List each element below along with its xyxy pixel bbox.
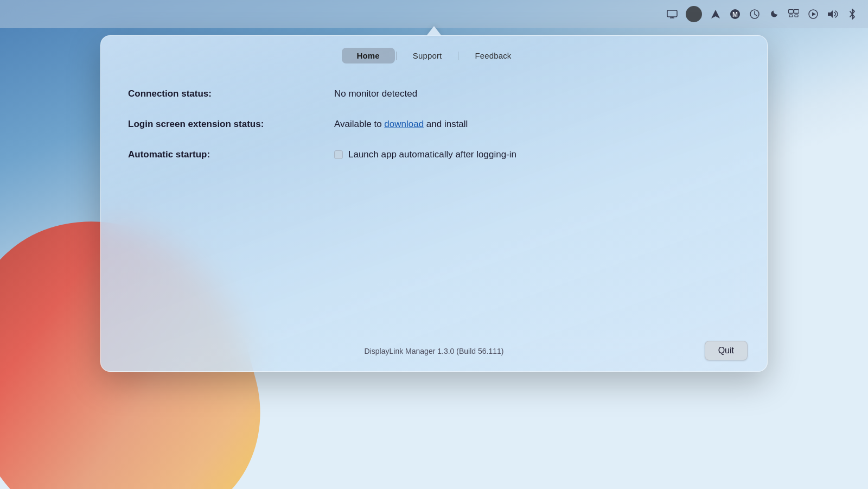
svg-marker-3 (711, 10, 720, 18)
login-extension-label: Login screen extension status: (128, 119, 334, 130)
svg-marker-13 (828, 10, 833, 18)
footer: DisplayLink Manager 1.3.0 (Build 56.111)… (101, 331, 767, 371)
tab-separator-1 (396, 52, 397, 60)
bluetooth-icon[interactable] (846, 8, 858, 20)
tab-feedback[interactable]: Feedback (459, 48, 526, 63)
svg-marker-12 (812, 12, 816, 16)
svg-text:M: M (732, 11, 738, 18)
connection-status-row: Connection status: No monitor detected (128, 88, 740, 99)
tab-bar: Home Support Feedback (101, 36, 767, 73)
login-extension-row: Login screen extension status: Available… (128, 119, 740, 130)
auto-startup-label: Automatic startup: (128, 149, 334, 160)
login-extension-suffix: and install (424, 119, 468, 129)
popup-arrow (426, 26, 442, 36)
svg-rect-8 (794, 10, 799, 14)
tab-home[interactable]: Home (342, 48, 395, 63)
menubar: M (0, 0, 868, 28)
time-machine-icon[interactable] (749, 8, 761, 20)
screen-share-icon[interactable] (666, 8, 678, 20)
night-shift-icon[interactable] (768, 8, 780, 20)
media-play-icon[interactable] (807, 8, 819, 20)
connection-status-label: Connection status: (128, 88, 334, 99)
auto-startup-value: Launch app automatically after logging-i… (334, 149, 516, 160)
content-area: Connection status: No monitor detected L… (101, 73, 767, 160)
download-link[interactable]: download (384, 119, 424, 129)
svg-rect-0 (667, 10, 677, 17)
location-arrow-icon[interactable] (710, 8, 722, 20)
login-extension-value: Available to download and install (334, 119, 468, 130)
version-text: DisplayLink Manager 1.3.0 (Build 56.111) (120, 347, 748, 355)
popup-window: Home Support Feedback Connection status:… (100, 35, 768, 372)
connection-status-value: No monitor detected (334, 88, 417, 99)
profile-circle-icon[interactable] (686, 6, 702, 22)
login-extension-prefix: Available to (334, 119, 384, 129)
tab-separator-2 (458, 52, 458, 60)
auto-startup-checkbox[interactable] (334, 150, 343, 159)
malwarebytes-icon[interactable]: M (729, 8, 741, 20)
tab-support[interactable]: Support (398, 48, 457, 63)
svg-rect-7 (789, 10, 794, 14)
auto-startup-row: Automatic startup: Launch app automatica… (128, 149, 740, 160)
display-mirror-icon[interactable] (788, 8, 800, 20)
volume-icon[interactable] (827, 8, 839, 20)
quit-button[interactable]: Quit (705, 341, 748, 360)
auto-startup-checkbox-label: Launch app automatically after logging-i… (348, 149, 516, 160)
svg-rect-10 (795, 15, 798, 17)
svg-rect-9 (789, 15, 793, 17)
